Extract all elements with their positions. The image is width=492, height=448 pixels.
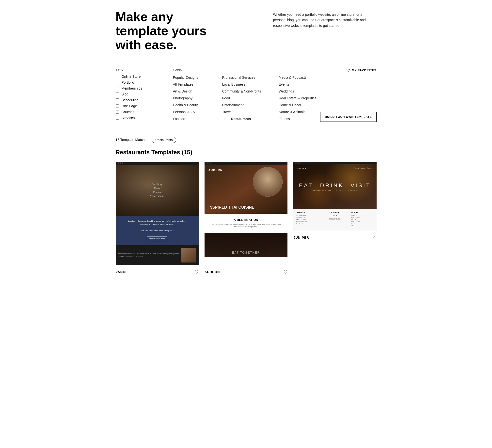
template-card-auburn[interactable]: AUBURN INSPIRED THAI CUISINE A DESTINATI… — [205, 162, 287, 277]
juniper-nav: Today Menu Reserve — [354, 167, 373, 169]
type-item-one-page[interactable]: One Page — [116, 104, 160, 108]
type-label-one-page: One Page — [122, 104, 137, 108]
template-card-juniper[interactable]: JUNIPER Today Menu Reserve EAT DRINK VIS… — [293, 162, 376, 277]
type-item-scheduling[interactable]: Scheduling — [116, 98, 160, 102]
vance-info: Located in Gowanus, Brooklyn, Vance serv… — [116, 216, 199, 245]
vance-nav: Our StoryMenuPhotosReservations — [150, 182, 164, 198]
vance-bottom-image — [181, 248, 196, 263]
type-label-blog: Blog — [122, 92, 128, 96]
juniper-contact-col: CONTACT 123 Main StreetNew York, NY(555)… — [293, 209, 321, 230]
topic-item-food[interactable]: Food — [222, 95, 279, 101]
type-checkbox-scheduling[interactable] — [116, 98, 119, 102]
type-checkbox-one-page[interactable] — [116, 104, 119, 108]
template-card-vance[interactable]: Our StoryMenuPhotosReservations Located … — [116, 162, 199, 277]
type-checkbox-blog[interactable] — [116, 93, 119, 96]
favorites-button[interactable]: ♡ MY FAVORITES — [346, 68, 377, 73]
juniper-social: ⊞ ✦ ✶ — [324, 215, 346, 216]
type-label: TYPE — [116, 68, 160, 71]
type-checkbox-online-store[interactable] — [116, 75, 119, 78]
auburn-mid-section: A DESTINATION Placerat lorem risus elit,… — [205, 214, 287, 233]
juniper-browser-bar — [293, 162, 376, 165]
topic-item-media-podcasts[interactable]: Media & Podcasts — [279, 75, 333, 80]
vance-name: VANCE — [116, 270, 128, 274]
topic-item-health-beauty[interactable]: Health & Beauty — [173, 102, 222, 108]
juniper-footer-section: CONTACT 123 Main StreetNew York, NY(555)… — [293, 209, 376, 230]
topic-item-fashion[interactable]: Fashion — [173, 116, 222, 122]
topic-item-entertainment[interactable]: Entertainment — [222, 102, 279, 108]
type-item-online-store[interactable]: Online Store — [116, 75, 160, 78]
topic-item-all-templates[interactable]: All Templates — [173, 81, 222, 87]
juniper-subtitle: 40 BEVERLEY STREET, TUSCANY · (415) 773-… — [311, 190, 358, 191]
topic-item-personal-cv[interactable]: Personal & CV — [173, 109, 222, 115]
topic-item-events[interactable]: Events — [279, 81, 333, 87]
dot3 — [210, 162, 212, 164]
topic-item-professional-services[interactable]: Professional Services — [222, 75, 279, 80]
results-count: 15 Template Matches — [116, 138, 148, 142]
vance-footer: VANCE ♡ — [116, 267, 199, 277]
juniper-hours-text: Mon-Thu5pm – 10pmFri-Sat5pm – 11pmSunday… — [351, 215, 374, 227]
juniper-visit: VISIT — [350, 182, 371, 189]
auburn-hero-section: AUBURN INSPIRED THAI CUISINE — [205, 165, 287, 214]
type-item-portfolio[interactable]: Portfolio — [116, 80, 160, 84]
auburn-plate-image — [253, 167, 283, 197]
favorites-label: MY FAVORITES — [352, 69, 377, 72]
type-item-courses[interactable]: Courses — [116, 110, 160, 114]
dot2 — [297, 162, 299, 164]
hero-section: Make any template yours with ease. Wheth… — [116, 10, 377, 52]
juniper-thumbnail: JUNIPER Today Menu Reserve EAT DRINK VIS… — [293, 162, 376, 231]
auburn-name: AUBURN — [205, 270, 220, 274]
juniper-favorite-button[interactable]: ♡ — [373, 235, 377, 240]
type-item-services[interactable]: Services — [116, 116, 160, 120]
juniper-brand-label: JUNIPER — [324, 212, 346, 213]
auburn-hero-text: INSPIRED THAI CUISINE — [208, 205, 254, 210]
dot3 — [122, 162, 123, 164]
type-label-memberships: Memberships — [122, 86, 142, 90]
auburn-mid-title: A DESTINATION — [209, 218, 283, 222]
topic-item-photography[interactable]: Photography — [173, 95, 222, 101]
topic-item-travel[interactable]: Travel — [222, 109, 279, 115]
active-filter-tag[interactable]: Restaurants — [152, 137, 176, 143]
type-checkbox-memberships[interactable] — [116, 87, 119, 90]
juniper-contact-text: 123 Main StreetNew York, NY(555) 123-456… — [296, 215, 318, 225]
dot1 — [206, 162, 208, 164]
auburn-mid-text: Placerat lorem risus elit, sed amet amet… — [209, 223, 283, 228]
type-label-courses: Courses — [122, 110, 134, 114]
type-label-scheduling: Scheduling — [122, 98, 139, 102]
topic-item-popular-designs[interactable]: Popular Designs — [173, 75, 222, 80]
topic-item-home-decor[interactable]: Home & Decor — [279, 102, 333, 108]
juniper-name: JUNIPER — [293, 236, 309, 239]
dot3 — [299, 162, 301, 164]
juniper-hours-col: HOURS Mon-Thu5pm – 10pmFri-Sat5pm – 11pm… — [349, 209, 377, 230]
juniper-brand-col: JUNIPER ⊞ ✦ ✶ www.juniper.com — [321, 209, 349, 230]
type-checkbox-services[interactable] — [116, 116, 119, 120]
vance-bottom-section: Tapas originated in the Catalonian regio… — [116, 245, 199, 265]
juniper-link: www.juniper.com — [324, 217, 346, 219]
topic-item-restaurants[interactable]: → Restaurants — [222, 116, 279, 122]
juniper-drink: DRINK — [320, 182, 344, 189]
type-item-blog[interactable]: Blog — [116, 92, 160, 96]
vance-favorite-button[interactable]: ♡ — [195, 269, 199, 275]
topic-item-art-design[interactable]: Art & Design — [173, 88, 222, 94]
topic-item-community-non-profits[interactable]: Community & Non-Profits — [222, 88, 279, 94]
topic-item-local-business[interactable]: Local Business — [222, 81, 279, 87]
type-label-online-store: Online Store — [122, 75, 141, 78]
auburn-favorite-button[interactable]: ♡ — [284, 269, 287, 275]
juniper-hero-section: JUNIPER Today Menu Reserve EAT DRINK VIS… — [293, 164, 376, 209]
templates-grid: Our StoryMenuPhotosReservations Located … — [116, 162, 377, 277]
topic-item-real-estate-properties[interactable]: Real Estate & Properties — [279, 95, 333, 101]
hero-description: Whether you need a portfolio website, an… — [273, 10, 377, 28]
auburn-logo: AUBURN — [208, 169, 223, 171]
juniper-footer: JUNIPER ♡ — [293, 233, 376, 242]
type-label-services: Services — [122, 116, 135, 120]
section-title: Restaurants Templates (15) — [116, 149, 377, 156]
build-template-button[interactable]: BUILD YOUR OWN TEMPLATE — [320, 112, 377, 122]
type-item-memberships[interactable]: Memberships — [116, 86, 160, 90]
page-title: Make any template yours with ease. — [116, 10, 226, 52]
type-checkbox-courses[interactable] — [116, 110, 119, 114]
topic-item-weddings[interactable]: Weddings — [279, 88, 333, 94]
heart-icon: ♡ — [346, 68, 350, 73]
filter-section: ♡ MY FAVORITES TYPE Online StorePortfoli… — [116, 62, 377, 129]
auburn-browser-bar — [205, 162, 287, 165]
type-filter-col: TYPE Online StorePortfolioMembershipsBlo… — [116, 68, 160, 120]
type-checkbox-portfolio[interactable] — [116, 81, 119, 84]
